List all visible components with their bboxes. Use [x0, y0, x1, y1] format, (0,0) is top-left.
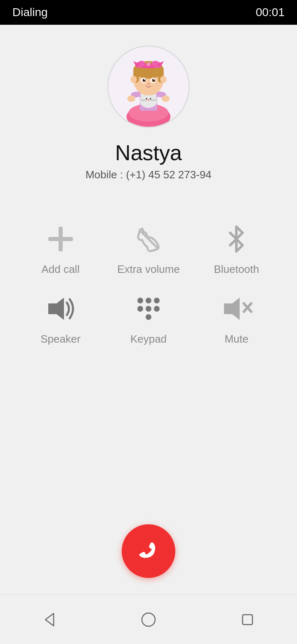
svg-point-6	[127, 95, 135, 102]
svg-point-32	[147, 83, 150, 85]
svg-point-44	[146, 298, 151, 303]
svg-point-48	[154, 306, 160, 312]
controls-grid: Add call Extra volume Bluetooth	[0, 214, 297, 354]
bluetooth-label: Bluetooth	[214, 263, 259, 276]
svg-point-30	[144, 79, 145, 80]
svg-point-7	[162, 95, 170, 102]
svg-line-41	[139, 230, 158, 249]
keypad-control[interactable]: Keypad	[104, 284, 192, 354]
dialing-label: Dialing	[12, 6, 48, 19]
end-call-container	[0, 524, 297, 578]
back-button[interactable]	[37, 607, 62, 632]
keypad-label: Keypad	[130, 333, 167, 346]
contact-info: Nastya Mobile : (+1) 45 52 273-94	[0, 140, 297, 181]
mute-control[interactable]: Mute	[193, 284, 280, 354]
keypad-icon	[132, 292, 165, 325]
add-call-label: Add call	[41, 263, 80, 276]
svg-point-49	[146, 314, 151, 320]
speaker-icon	[44, 292, 77, 325]
svg-point-24	[130, 76, 137, 83]
svg-rect-55	[243, 615, 252, 625]
svg-marker-50	[224, 298, 240, 320]
svg-point-13	[146, 98, 147, 99]
speaker-control[interactable]: Speaker	[16, 284, 104, 354]
svg-marker-42	[48, 298, 64, 320]
extra-volume-icon	[132, 223, 165, 256]
mute-label: Mute	[224, 333, 248, 346]
svg-point-47	[146, 306, 151, 312]
svg-point-54	[142, 613, 155, 626]
svg-point-25	[160, 76, 167, 83]
contact-name: Nastya	[0, 140, 297, 165]
extra-volume-label: Extra volume	[117, 263, 180, 276]
recents-button[interactable]	[235, 607, 260, 632]
svg-point-45	[154, 298, 160, 303]
status-bar: Dialing 00:01	[0, 0, 297, 25]
svg-rect-40	[48, 237, 73, 241]
bluetooth-control[interactable]: Bluetooth	[193, 214, 280, 284]
svg-point-36	[146, 62, 151, 66]
avatar	[107, 45, 190, 128]
add-call-icon	[44, 223, 77, 256]
extra-volume-control[interactable]: Extra volume	[104, 214, 192, 284]
svg-point-46	[137, 306, 143, 312]
avatar-container	[0, 45, 297, 128]
svg-marker-53	[45, 613, 54, 626]
speaker-label: Speaker	[40, 333, 80, 346]
call-timer: 00:01	[256, 6, 285, 19]
bluetooth-icon	[220, 223, 253, 256]
add-call-control[interactable]: Add call	[16, 214, 104, 284]
home-button[interactable]	[136, 607, 161, 632]
svg-point-15	[147, 99, 150, 101]
svg-point-43	[137, 298, 143, 303]
svg-point-31	[153, 79, 155, 80]
mute-icon	[220, 292, 253, 325]
svg-point-14	[150, 98, 151, 99]
end-call-button[interactable]	[122, 524, 175, 578]
navigation-bar	[0, 594, 297, 644]
contact-number: Mobile : (+1) 45 52 273-94	[0, 168, 297, 181]
